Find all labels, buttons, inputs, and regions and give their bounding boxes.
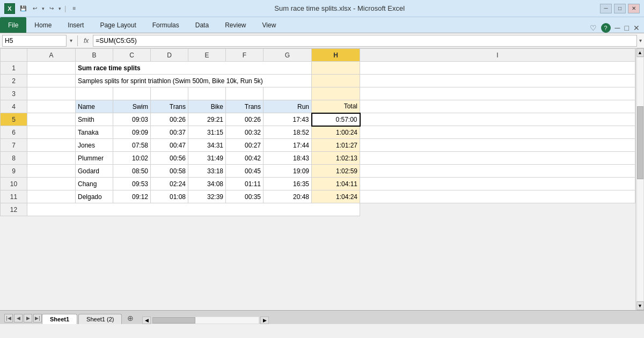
- col-header-e[interactable]: E: [188, 49, 226, 62]
- sheet-tab-sheet1[interactable]: Sheet1: [42, 314, 77, 324]
- hscroll-right-button[interactable]: ▶: [260, 317, 269, 324]
- row-num-2[interactable]: 2: [1, 75, 27, 87]
- cell-h4[interactable]: Total: [312, 100, 360, 113]
- cell-d3[interactable]: [151, 87, 188, 100]
- cell-i2[interactable]: [360, 75, 635, 87]
- hscroll-thumb[interactable]: [152, 317, 195, 324]
- tab-file[interactable]: File: [0, 17, 26, 33]
- cell-e7[interactable]: 34:31: [188, 139, 226, 152]
- cell-d7[interactable]: 00:47: [151, 139, 188, 152]
- tab-page-layout[interactable]: Page Layout: [92, 17, 144, 33]
- cell-d10[interactable]: 02:24: [151, 178, 188, 190]
- cell-c8[interactable]: 10:02: [113, 152, 151, 165]
- cell-i11[interactable]: [360, 190, 635, 203]
- cell-e9[interactable]: 33:18: [188, 165, 226, 178]
- cell-e5[interactable]: 29:21: [188, 113, 226, 126]
- formula-input[interactable]: [93, 35, 637, 47]
- row-num-7[interactable]: 7: [1, 139, 27, 152]
- cell-c9[interactable]: 08:50: [113, 165, 151, 178]
- cell-i10[interactable]: [360, 178, 635, 190]
- tab-review[interactable]: Review: [217, 17, 254, 33]
- cell-a6[interactable]: [27, 126, 76, 139]
- cell-h11[interactable]: 1:04:24: [312, 190, 360, 203]
- cell-e3[interactable]: [188, 87, 226, 100]
- cell-d9[interactable]: 00:58: [151, 165, 188, 178]
- cell-e6[interactable]: 31:15: [188, 126, 226, 139]
- col-header-d[interactable]: D: [151, 49, 188, 62]
- tab-home[interactable]: Home: [26, 17, 60, 33]
- row-num-1[interactable]: 1: [1, 62, 27, 75]
- cell-g3[interactable]: [264, 87, 312, 100]
- undo-button[interactable]: ↩: [30, 4, 40, 13]
- row-num-11[interactable]: 11: [1, 190, 27, 203]
- row-num-9[interactable]: 9: [1, 165, 27, 178]
- row-num-6[interactable]: 6: [1, 126, 27, 139]
- minimize-button[interactable]: ─: [600, 4, 612, 13]
- cell-row12[interactable]: [27, 203, 360, 216]
- cell-d4[interactable]: Trans: [151, 100, 188, 113]
- hscroll-track[interactable]: [152, 317, 259, 324]
- cell-g8[interactable]: 18:43: [264, 152, 312, 165]
- heart-icon[interactable]: ♡: [590, 24, 597, 32]
- vertical-scrollbar[interactable]: ▲ ▼: [635, 48, 644, 310]
- row-num-10[interactable]: 10: [1, 178, 27, 190]
- cell-h6[interactable]: 1:00:24: [312, 126, 360, 139]
- cell-a5[interactable]: [27, 113, 76, 126]
- cell-b11[interactable]: Delgado: [76, 190, 113, 203]
- cell-i5[interactable]: [360, 113, 635, 126]
- cell-h8[interactable]: 1:02:13: [312, 152, 360, 165]
- cell-b2[interactable]: Samples splits for sprint triathlon (Swi…: [76, 75, 312, 87]
- cell-i4[interactable]: [360, 100, 635, 113]
- cell-g5[interactable]: 17:43: [264, 113, 312, 126]
- sheet-tab-sheet1-2[interactable]: Sheet1 (2): [78, 314, 122, 324]
- cell-i3[interactable]: [360, 87, 635, 100]
- redo-dropdown[interactable]: ▾: [58, 6, 61, 11]
- close-button[interactable]: ✕: [628, 4, 640, 13]
- row-num-5[interactable]: 5: [1, 113, 27, 126]
- cell-b3[interactable]: [76, 87, 113, 100]
- ribbon-restore-icon[interactable]: □: [625, 24, 629, 32]
- cell-i8[interactable]: [360, 152, 635, 165]
- cell-c7[interactable]: 07:58: [113, 139, 151, 152]
- cell-e4[interactable]: Bike: [188, 100, 226, 113]
- cell-i6[interactable]: [360, 126, 635, 139]
- cell-i1[interactable]: [360, 62, 635, 75]
- cell-ref-dropdown[interactable]: ▾: [69, 38, 74, 43]
- cell-c6[interactable]: 09:09: [113, 126, 151, 139]
- customize-qat-button[interactable]: ≡: [69, 4, 79, 13]
- cell-f5[interactable]: 00:26: [226, 113, 264, 126]
- cell-b8[interactable]: Plummer: [76, 152, 113, 165]
- cell-g11[interactable]: 20:48: [264, 190, 312, 203]
- cell-f11[interactable]: 00:35: [226, 190, 264, 203]
- ribbon-close-icon[interactable]: ✕: [633, 24, 640, 32]
- cell-c11[interactable]: 09:12: [113, 190, 151, 203]
- cell-g4[interactable]: Run: [264, 100, 312, 113]
- save-button[interactable]: 💾: [18, 4, 28, 13]
- restore-button[interactable]: □: [614, 4, 626, 13]
- cell-f7[interactable]: 00:27: [226, 139, 264, 152]
- sheet-prev-button[interactable]: ◀: [14, 314, 23, 322]
- cell-c3[interactable]: [113, 87, 151, 100]
- row-num-3[interactable]: 3: [1, 87, 27, 100]
- cell-g10[interactable]: 16:35: [264, 178, 312, 190]
- cell-a10[interactable]: [27, 178, 76, 190]
- cell-a3[interactable]: [27, 87, 76, 100]
- cell-f8[interactable]: 00:42: [226, 152, 264, 165]
- new-sheet-button[interactable]: ⊕: [123, 312, 138, 324]
- redo-button[interactable]: ↪: [47, 4, 56, 13]
- tab-insert[interactable]: Insert: [60, 17, 92, 33]
- cell-c5[interactable]: 09:03: [113, 113, 151, 126]
- cell-d8[interactable]: 00:56: [151, 152, 188, 165]
- col-header-f[interactable]: F: [226, 49, 264, 62]
- col-header-a[interactable]: A: [27, 49, 76, 62]
- col-header-c[interactable]: C: [113, 49, 151, 62]
- cell-f4[interactable]: Trans: [226, 100, 264, 113]
- row-num-8[interactable]: 8: [1, 152, 27, 165]
- cell-b1[interactable]: Sum race time splits: [76, 62, 312, 75]
- cell-h7[interactable]: 1:01:27: [312, 139, 360, 152]
- cell-h2[interactable]: [312, 75, 360, 87]
- col-header-i[interactable]: I: [360, 49, 635, 62]
- cell-g9[interactable]: 19:09: [264, 165, 312, 178]
- scroll-up-button[interactable]: ▲: [636, 48, 644, 57]
- cell-b9[interactable]: Godard: [76, 165, 113, 178]
